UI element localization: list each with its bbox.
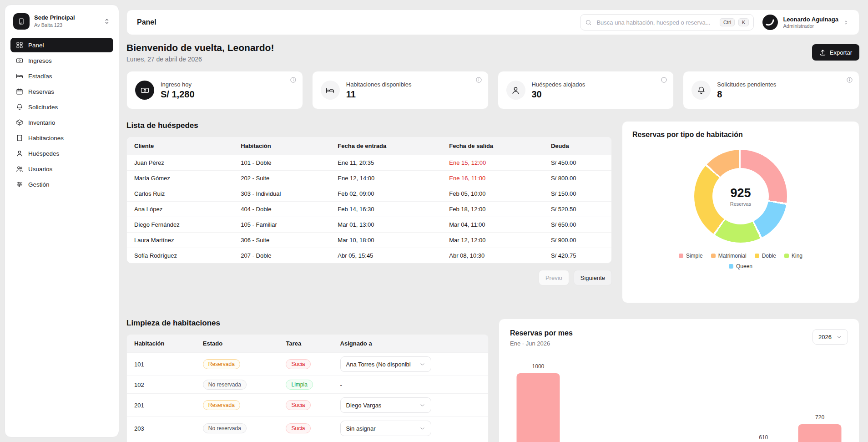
page-title: Panel [137,18,156,26]
info-icon[interactable] [661,76,667,85]
guest-habitacion: 202 - Suite [233,171,330,186]
bar-value-label: 610 [759,434,768,441]
user-icon [16,150,23,157]
legend-swatch [679,254,683,258]
stat-text: Huéspedes alojados30 [532,81,585,100]
room-status-cell: Reservada [196,353,279,376]
sidebar-nav: PanelIngresosEstadíasReservasSolicitudes… [10,38,113,192]
next-page-button[interactable]: Siguiente [574,270,612,285]
guest-cliente: María Gómez [127,171,233,186]
stat-value: 11 [346,89,412,100]
guest-salida: Abr 08, 10:30 [442,248,544,264]
guest-entrada: Mar 01, 13:00 [330,217,442,233]
guest-deuda: S/ 450.00 [544,155,611,171]
topbar-right: Ctrl K Leonardo Aguinaga Administrador [580,14,849,30]
stat-label: Ingreso hoy [161,81,195,88]
info-icon[interactable] [846,76,853,85]
sidebar-item-panel[interactable]: Panel [10,38,113,52]
assignee-select[interactable]: Sin asignar [340,421,431,436]
room-number: 305 [127,440,196,442]
sidebar-item-label: Panel [28,42,44,49]
sliders-icon [16,181,23,188]
welcome-row: Bienvenido de vuelta, Leonardo! Lunes, 2… [126,42,859,63]
room-number: 101 [127,353,196,376]
welcome-greeting: Bienvenido de vuelta, Leonardo! [126,42,274,53]
assignee-select[interactable]: Diego Vargas [340,397,431,413]
room-task-cell: Sucia [278,394,333,417]
guests-col-header: Fecha de salida [442,137,544,155]
sidebar-item-label: Gestión [28,181,50,188]
main-content: Bienvenido de vuelta, Leonardo! Lunes, 2… [126,35,859,442]
monthly-chart-title: Reservas por mes [510,329,573,337]
search-input[interactable] [595,19,716,26]
table-row: Sofía Rodríguez207 - DobleAbr 05, 15:45A… [127,248,611,264]
legend-label: Doble [762,253,776,259]
stat-label: Habitaciones disponibles [346,81,412,88]
sidebar-item-reservas[interactable]: Reservas [10,84,113,99]
guest-salida: Feb 05, 10:00 [442,186,544,202]
sidebar-item-inventario[interactable]: Inventario [10,115,113,130]
prev-page-button[interactable]: Previo [539,270,569,285]
room-number: 201 [127,394,196,417]
org-logo-icon [13,13,30,30]
info-icon[interactable] [290,76,297,85]
legend-swatch [729,264,733,269]
guest-deuda: S/ 650.00 [544,217,611,233]
org-switcher[interactable]: Sede Principal Av Balta 123 [10,11,113,37]
year-select[interactable]: 2026 [812,329,848,345]
guest-habitacion: 306 - Suite [233,233,330,248]
stat-text: Solicitudes pendientes8 [717,81,776,100]
table-row: Diego Fernández105 - FamiliarMar 01, 13:… [127,217,611,233]
guests-col-header: Deuda [544,137,611,155]
stats-row: Ingreso hoyS/ 1,280Habitaciones disponib… [126,71,859,109]
assignee-select-value: Sin asignar [346,425,376,432]
sidebar-item-huespedes[interactable]: Huéspedes [10,146,113,161]
search-box[interactable]: Ctrl K [580,14,754,30]
assignee-empty: - [340,381,342,388]
welcome-text: Bienvenido de vuelta, Leonardo! Lunes, 2… [126,42,274,63]
sidebar-item-label: Reservas [28,88,54,95]
legend-swatch [711,254,716,258]
hotel-dashboard-app: Sede Principal Av Balta 123 PanelIngreso… [0,0,868,442]
stat-card-3: Solicitudes pendientes8 [683,71,859,109]
room-task-cell: Sucia [278,417,333,440]
banknote-icon [16,57,23,64]
door-icon [16,134,23,142]
stat-card-1: Habitaciones disponibles11 [312,71,489,109]
welcome-date: Lunes, 27 de abril de 2026 [126,56,274,63]
export-label: Exportar [830,49,852,56]
sidebar-item-usuarios[interactable]: Usuarios [10,162,113,176]
guest-habitacion: 207 - Doble [233,248,330,264]
sidebar-item-estadias[interactable]: Estadías [10,69,113,83]
sidebar-item-label: Inventario [28,119,55,126]
assignee-select[interactable]: Ana Torres (No disponibl [340,356,431,372]
guest-entrada: Mar 10, 18:00 [330,233,442,248]
room-type-chart-card: Reservas por tipo de habitación 925 Rese… [622,121,859,303]
org-text: Sede Principal Av Balta 123 [34,14,75,29]
info-icon[interactable] [475,76,482,85]
profile-menu[interactable]: Leonardo Aguinaga Administrador [762,14,849,30]
sidebar-item-gestion[interactable]: Gestión [10,177,113,192]
room-status-cell: No reservada [196,417,279,440]
sidebar-item-ingresos[interactable]: Ingresos [10,53,113,68]
room-task-cell: Sucia [278,353,333,376]
kbd-ctrl: Ctrl [720,18,735,26]
stat-text: Ingreso hoyS/ 1,280 [161,81,195,100]
cleaning-col-header: Habitación [127,335,196,353]
sidebar-item-habitaciones[interactable]: Habitaciones [10,131,113,145]
guests-title: Lista de huéspedes [126,121,612,130]
assignee-select-value: Diego Vargas [346,402,382,409]
export-button[interactable]: Exportar [812,44,859,61]
guest-entrada: Feb 02, 09:00 [330,186,442,202]
guest-cliente: Sofía Rodríguez [127,248,233,264]
stat-label: Huéspedes alojados [532,81,585,88]
sidebar-item-solicitudes[interactable]: Solicitudes [10,100,113,114]
guest-salida: Mar 12, 12:00 [442,233,544,248]
table-row: Laura Martínez306 - SuiteMar 10, 18:00Ma… [127,233,611,248]
chevron-down-icon [836,334,842,340]
stat-label: Solicitudes pendientes [717,81,776,88]
bell-icon [16,103,23,111]
assignee-cell: - [333,440,488,442]
donut-chart: 925 Reservas [694,150,787,243]
profile-text: Leonardo Aguinaga Administrador [783,16,838,29]
